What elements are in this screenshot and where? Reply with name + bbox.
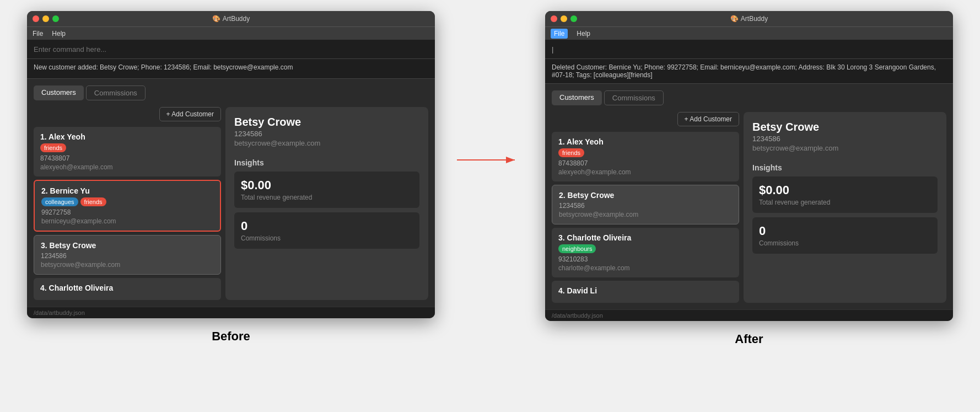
before-customer-3[interactable]: 3. Betsy Crowe 1234586 betsycrowe@exampl… xyxy=(34,235,221,275)
before-customer-2-phone: 99272758 xyxy=(41,208,213,216)
before-customer-1-email: alexyeoh@example.com xyxy=(40,163,214,171)
after-revenue-card: $0.00 Total revenue generated xyxy=(752,176,938,213)
before-menu-help[interactable]: Help xyxy=(52,30,66,38)
after-customer-1-phone: 87438807 xyxy=(558,159,733,167)
after-window-wrapper: 🎨 ArtBuddy File Help Deleted Customer: B… xyxy=(545,11,953,346)
after-customer-1-tags: friends xyxy=(558,148,733,157)
after-tab-customers[interactable]: Customers xyxy=(552,90,602,105)
before-customer-1-tag-friends: friends xyxy=(40,143,66,152)
before-customer-list-panel: + Add Customer 1. Alex Yeoh friends 8743… xyxy=(34,107,221,300)
after-customer-3-tag-neighbours: neighbours xyxy=(558,244,596,253)
before-revenue-card: $0.00 Total revenue generated xyxy=(234,172,419,208)
before-main-content: Customers Commissions + Add Customer xyxy=(27,79,435,307)
before-menu-bar: File Help xyxy=(27,26,435,40)
after-window-title: 🎨 ArtBuddy xyxy=(730,15,768,23)
after-detail-info: Betsy Crowe 1234586 betsycrowe@example.c… xyxy=(752,121,938,152)
before-customer-2-tag-colleagues: colleagues xyxy=(41,197,78,206)
after-status-message: Deleted Customer: Bernice Yu; Phone: 992… xyxy=(552,63,936,79)
before-window-title: 🎨 ArtBuddy xyxy=(212,15,250,23)
arrow-container xyxy=(457,11,523,171)
before-content-area: + Add Customer 1. Alex Yeoh friends 8743… xyxy=(34,107,428,300)
before-customer-2[interactable]: 2. Bernice Yu colleagues friends 9927275… xyxy=(34,180,221,232)
after-maximize-button[interactable] xyxy=(570,15,577,22)
after-insights-section: Insights $0.00 Total revenue generated 0… xyxy=(752,163,938,258)
after-customer-1-email: alexyeoh@example.com xyxy=(558,168,733,176)
before-window: 🎨 ArtBuddy File Help New customer added:… xyxy=(27,11,435,318)
before-insights-section: Insights $0.00 Total revenue generated 0… xyxy=(234,158,419,253)
after-title-bar: 🎨 ArtBuddy xyxy=(545,11,953,26)
before-status-message: New customer added: Betsy Crowe; Phone: … xyxy=(34,63,293,71)
after-window: 🎨 ArtBuddy File Help Deleted Customer: B… xyxy=(545,11,953,321)
before-window-wrapper: 🎨 ArtBuddy File Help New customer added:… xyxy=(27,11,435,344)
after-content-area: + Add Customer 1. Alex Yeoh friends 8743… xyxy=(552,112,946,303)
before-command-area xyxy=(27,40,435,59)
before-tab-customers[interactable]: Customers xyxy=(34,85,84,100)
after-menu-bar: File Help xyxy=(545,26,953,40)
before-detail-name: Betsy Crowe 1234586 betsycrowe@example.c… xyxy=(234,116,419,147)
before-minimize-button[interactable] xyxy=(42,15,49,22)
before-close-button[interactable] xyxy=(33,15,39,22)
before-tab-commissions[interactable]: Commissions xyxy=(86,85,146,100)
before-customer-2-tags: colleagues friends xyxy=(41,197,213,206)
after-detail-panel: Betsy Crowe 1234586 betsycrowe@example.c… xyxy=(744,112,946,303)
before-maximize-button[interactable] xyxy=(52,15,59,22)
before-bottom-status: /data/artbuddy.json xyxy=(27,307,435,318)
after-close-button[interactable] xyxy=(551,15,557,22)
before-customer-1-name: 1. Alex Yeoh xyxy=(40,132,214,141)
before-customer-4[interactable]: 4. Charlotte Oliveira xyxy=(34,278,221,300)
before-app-icon: 🎨 xyxy=(212,15,220,23)
before-detail-panel: Betsy Crowe 1234586 betsycrowe@example.c… xyxy=(225,107,428,300)
after-customer-4-name: 4. David Li xyxy=(558,286,733,295)
before-customer-1-tags: friends xyxy=(40,143,214,152)
after-label: After xyxy=(735,332,763,346)
after-command-area xyxy=(545,40,953,59)
after-customer-3-name: 3. Charlotte Oliveira xyxy=(558,233,733,242)
after-customer-3-email: charlotte@example.com xyxy=(558,264,733,272)
comparison-container: 🎨 ArtBuddy File Help New customer added:… xyxy=(27,11,953,346)
after-customer-3-tags: neighbours xyxy=(558,244,733,253)
before-customer-3-name: 3. Betsy Crowe xyxy=(41,241,214,250)
before-customer-1[interactable]: 1. Alex Yeoh friends 87438807 alexyeoh@e… xyxy=(34,127,221,176)
before-traffic-lights xyxy=(33,15,59,22)
before-customer-4-name: 4. Charlotte Oliveira xyxy=(40,283,214,292)
arrow-icon xyxy=(457,149,523,171)
before-commissions-card: 0 Commissions xyxy=(234,212,419,249)
before-tabs: Customers Commissions xyxy=(34,85,428,100)
after-app-icon: 🎨 xyxy=(730,15,739,23)
after-main-content: Customers Commissions + Add Customer xyxy=(545,84,953,309)
after-command-input[interactable] xyxy=(552,45,946,53)
after-minimize-button[interactable] xyxy=(561,15,567,22)
before-customer-3-email: betsycrowe@example.com xyxy=(41,261,214,269)
before-customer-2-tag-friends: friends xyxy=(80,197,106,206)
before-menu-file[interactable]: File xyxy=(33,30,43,38)
after-customer-2-email: betsycrowe@example.com xyxy=(559,211,732,218)
after-commissions-card: 0 Commissions xyxy=(752,217,938,254)
after-tab-commissions[interactable]: Commissions xyxy=(604,90,664,105)
after-menu-help[interactable]: Help xyxy=(577,30,590,38)
before-title-bar: 🎨 ArtBuddy xyxy=(27,11,435,26)
after-traffic-lights xyxy=(551,15,577,22)
after-customer-2-name: 2. Betsy Crowe xyxy=(559,191,732,200)
after-bottom-status: /data/artbuddy.json xyxy=(545,309,953,321)
after-status-bar: Deleted Customer: Bernice Yu; Phone: 992… xyxy=(545,59,953,84)
after-customer-1[interactable]: 1. Alex Yeoh friends 87438807 alexyeoh@e… xyxy=(552,132,739,181)
after-tabs: Customers Commissions xyxy=(552,90,946,105)
after-menu-file[interactable]: File xyxy=(551,29,568,39)
after-customer-list-panel: + Add Customer 1. Alex Yeoh friends 8743… xyxy=(552,112,739,303)
before-status-bar: New customer added: Betsy Crowe; Phone: … xyxy=(27,59,435,79)
before-customer-2-name: 2. Bernice Yu xyxy=(41,186,213,195)
before-customer-3-phone: 1234586 xyxy=(41,252,214,260)
after-customer-1-name: 1. Alex Yeoh xyxy=(558,137,733,146)
after-add-customer-button[interactable]: + Add Customer xyxy=(677,112,739,126)
after-customer-1-tag-friends: friends xyxy=(558,148,584,157)
before-customer-2-email: berniceyu@example.com xyxy=(41,217,213,225)
after-customer-4[interactable]: 4. David Li xyxy=(552,281,739,303)
before-customer-1-phone: 87438807 xyxy=(40,154,214,162)
before-command-input[interactable] xyxy=(34,45,428,53)
after-customer-3[interactable]: 3. Charlotte Oliveira neighbours 9321028… xyxy=(552,228,739,277)
after-customer-2[interactable]: 2. Betsy Crowe 1234586 betsycrowe@exampl… xyxy=(552,185,739,224)
after-customer-2-phone: 1234586 xyxy=(559,202,732,210)
before-add-customer-button[interactable]: + Add Customer xyxy=(159,107,221,121)
before-label: Before xyxy=(212,329,250,344)
after-customer-3-phone: 93210283 xyxy=(558,255,733,263)
